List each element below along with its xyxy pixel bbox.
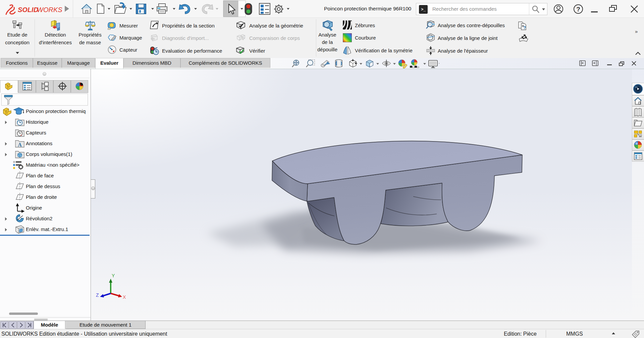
svg-text:Y: Y [112, 273, 115, 278]
svg-text:WORKS: WORKS [37, 6, 62, 13]
svg-text:3D: 3D [635, 86, 638, 88]
svg-text:?: ? [523, 25, 526, 30]
svg-text:X: X [123, 294, 126, 300]
svg-text:?: ? [242, 37, 245, 41]
svg-text:?: ? [576, 6, 580, 13]
svg-text:A: A [18, 142, 22, 148]
svg-text:SOLID: SOLID [18, 6, 38, 13]
svg-text:Z: Z [96, 292, 99, 298]
